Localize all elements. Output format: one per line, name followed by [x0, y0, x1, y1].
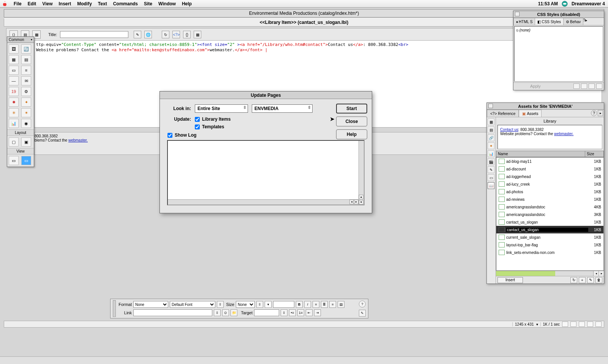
- insert-server-icon[interactable]: ⚙: [21, 87, 31, 96]
- window-dimensions[interactable]: 1245 x 431: [512, 322, 534, 326]
- insert-flashbtn-icon[interactable]: ✳: [9, 108, 19, 117]
- insert-button[interactable]: Insert: [497, 277, 523, 283]
- list-item[interactable]: layout-top_bar-flag1KB: [496, 241, 603, 249]
- name-column-header[interactable]: Name: [496, 151, 585, 157]
- insert-navbar-icon[interactable]: ≡: [21, 66, 31, 75]
- html-styles-tab[interactable]: ♦HTML S: [513, 18, 535, 25]
- insert-layer-icon[interactable]: ▭: [9, 66, 19, 75]
- preview-webmaster-link[interactable]: webmaster.: [554, 132, 573, 136]
- insert-flash-icon[interactable]: ✦: [21, 98, 31, 107]
- css-panel-title-bar[interactable]: CSS Styles (disabled): [513, 11, 604, 18]
- status-icon-4[interactable]: [587, 321, 593, 327]
- property-inspector[interactable]: Format None Default Font ⇳ Size None ⇳ ▾…: [110, 299, 368, 318]
- menu-view[interactable]: View: [39, 0, 55, 7]
- panel-menu-icon[interactable]: ▸: [598, 110, 603, 116]
- align-justify-icon[interactable]: ▤: [338, 301, 344, 308]
- insert-fireworks-icon[interactable]: ✹: [9, 98, 19, 107]
- behaviors-tab[interactable]: ⚙Behav: [563, 18, 583, 25]
- browse-folder-icon[interactable]: 📁: [231, 309, 237, 316]
- list-item[interactable]: link_sets-envmedia-non.com1KB: [496, 249, 603, 256]
- layout-table-icon[interactable]: ▣: [21, 137, 31, 147]
- indent-icon[interactable]: ⇥: [314, 309, 321, 316]
- library-category-icon[interactable]: 📖: [488, 182, 494, 189]
- list-item[interactable]: ad-discount1KB: [496, 165, 603, 173]
- start-button[interactable]: Start: [336, 104, 367, 113]
- standard-view-icon[interactable]: ▭: [9, 156, 19, 165]
- list-item[interactable]: ad-photos1KB: [496, 188, 603, 195]
- movies-category-icon[interactable]: 🎬: [488, 158, 494, 165]
- status-icon-2[interactable]: [570, 321, 576, 327]
- menu-insert[interactable]: Insert: [55, 0, 74, 7]
- lookin-select[interactable]: Entire Site: [195, 104, 248, 113]
- window-scrollbar-zone[interactable]: [0, 356, 608, 364]
- point-to-file-icon[interactable]: ⊙: [222, 309, 229, 316]
- reference-tab[interactable]: <?>Reference: [487, 110, 519, 117]
- assets-panel[interactable]: Assets for Site 'ENVMEDIA' <?>Reference …: [486, 102, 604, 284]
- scroll-right-icon[interactable]: ▸: [354, 200, 358, 204]
- objects-panel-header[interactable]: Common▾: [7, 37, 34, 43]
- templates-checkbox[interactable]: [195, 124, 200, 129]
- list-item[interactable]: ad-blog-may111KB: [496, 158, 603, 165]
- format-select[interactable]: None: [133, 301, 168, 308]
- size-select[interactable]: None: [236, 301, 255, 308]
- status-icon-1[interactable]: [562, 321, 568, 327]
- quick-tag-editor-icon[interactable]: ✎: [359, 310, 366, 317]
- new-style-icon[interactable]: [573, 84, 580, 89]
- none-style-item[interactable]: (none): [520, 28, 531, 32]
- size-column-header[interactable]: Size: [585, 151, 603, 157]
- insert-generator-icon[interactable]: ◉: [21, 119, 31, 128]
- edit-style-icon[interactable]: [589, 84, 595, 89]
- site-select[interactable]: ENVMEDIA: [252, 104, 313, 113]
- document-title-input[interactable]: [60, 31, 128, 38]
- css-styles-tab[interactable]: ◧CSS Styles: [535, 18, 564, 25]
- images-category-icon[interactable]: ▦: [488, 118, 494, 125]
- apple-menu-icon[interactable]: [2, 1, 8, 7]
- assets-list[interactable]: ad-blog-may111KBad-discount1KBad-loggerh…: [496, 157, 604, 271]
- align-right-icon[interactable]: ≡: [329, 301, 336, 308]
- dialog-title-bar[interactable]: Update Pages: [160, 91, 372, 99]
- insert-flashtext-icon[interactable]: ✴: [21, 108, 31, 117]
- insert-table-icon[interactable]: ▦: [9, 55, 19, 64]
- preview-contact-link[interactable]: Contact us: [500, 128, 518, 132]
- assets-list-header[interactable]: Name Size: [496, 151, 604, 157]
- insert-email-icon[interactable]: ✉: [21, 76, 31, 85]
- refresh-button[interactable]: ↻: [162, 31, 169, 38]
- close-icon[interactable]: [488, 104, 493, 108]
- dim-menu-icon[interactable]: ▾: [536, 322, 538, 326]
- scroll-left-icon[interactable]: ◂: [593, 271, 599, 276]
- color-swatch[interactable]: ▾: [265, 301, 272, 308]
- ordered-list-icon[interactable]: 1≡: [297, 309, 304, 316]
- edit-asset-icon[interactable]: ✎: [587, 277, 594, 283]
- size-stepper-icon[interactable]: ⇳: [256, 301, 263, 308]
- library-items-checkbox[interactable]: [195, 117, 200, 122]
- log-textarea[interactable]: ▴ ▾ ▸ ◂: [167, 140, 365, 205]
- list-item[interactable]: americangrasslandstoc4KB: [496, 203, 603, 211]
- menu-window[interactable]: Window: [155, 0, 179, 7]
- align-center-icon[interactable]: ≣: [321, 301, 328, 308]
- insert-hr-icon[interactable]: —: [9, 76, 19, 85]
- close-button[interactable]: Close: [336, 117, 367, 126]
- view-options-button[interactable]: ▦: [194, 31, 201, 38]
- menu-commands[interactable]: Commands: [110, 0, 141, 7]
- flash-category-icon[interactable]: ✦: [488, 142, 494, 149]
- css-styles-list[interactable]: ⦸ (none): [514, 26, 603, 82]
- outdent-icon[interactable]: ⇤: [306, 309, 313, 316]
- menu-help[interactable]: Help: [179, 0, 195, 7]
- align-left-icon[interactable]: ≡: [313, 301, 319, 308]
- panel-menu-icon[interactable]: ▸: [585, 18, 587, 25]
- close-icon[interactable]: [515, 12, 520, 16]
- attach-style-icon[interactable]: [581, 84, 587, 89]
- trash-icon[interactable]: [596, 84, 602, 89]
- scripts-category-icon[interactable]: ✎: [488, 166, 494, 173]
- link-input[interactable]: [133, 309, 212, 316]
- reference-button[interactable]: <?>: [172, 31, 180, 38]
- font-stepper-icon[interactable]: ⇳: [217, 301, 224, 308]
- urls-category-icon[interactable]: 🔗: [488, 134, 494, 141]
- insert-tabular-icon[interactable]: ▤: [21, 55, 31, 64]
- quick-help-icon[interactable]: ?: [359, 301, 366, 307]
- layout-cell-icon[interactable]: ▢: [9, 137, 19, 147]
- list-item[interactable]: current_sale_slogan1KB: [496, 233, 603, 241]
- font-select[interactable]: Default Font: [170, 301, 215, 308]
- templates-category-icon[interactable]: ▭: [488, 174, 494, 181]
- scroll-down-icon[interactable]: ▾: [359, 200, 363, 205]
